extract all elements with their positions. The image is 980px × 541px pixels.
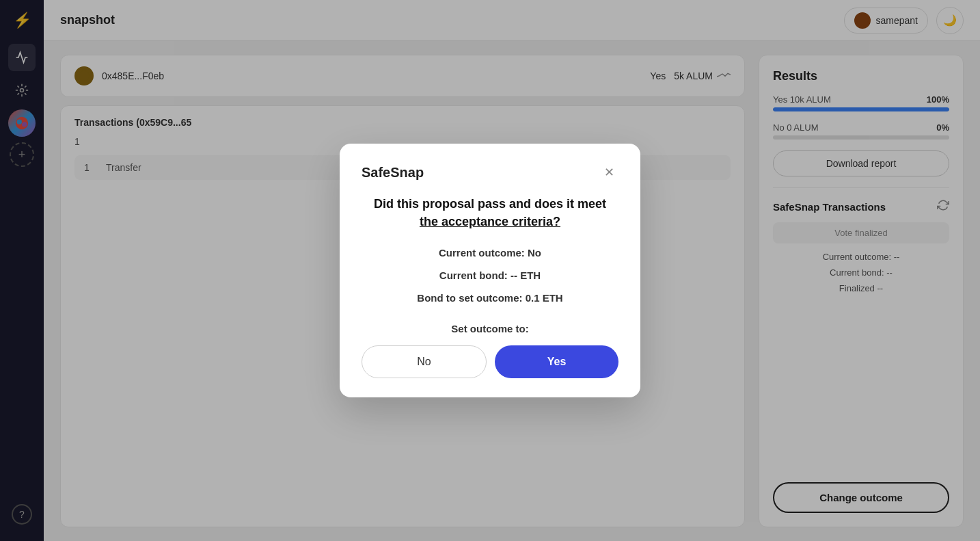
modal-current-bond: Current bond: -- ETH xyxy=(362,269,618,281)
modal-overlay: SafeSnap ✕ Did this proposal pass and do… xyxy=(0,0,980,541)
modal-buttons: No Yes xyxy=(362,345,618,378)
modal-title: SafeSnap xyxy=(362,165,424,181)
modal-bond-to-set: Bond to set outcome: 0.1 ETH xyxy=(362,292,618,304)
modal-question: Did this proposal pass and does it meet … xyxy=(362,196,618,230)
safesnap-modal: SafeSnap ✕ Did this proposal pass and do… xyxy=(340,144,640,397)
modal-yes-button[interactable]: Yes xyxy=(495,345,618,378)
modal-close-button[interactable]: ✕ xyxy=(599,163,618,182)
modal-no-button[interactable]: No xyxy=(362,345,487,378)
modal-set-outcome-label: Set outcome to: xyxy=(362,323,618,334)
modal-header: SafeSnap ✕ xyxy=(362,163,618,182)
modal-current-outcome: Current outcome: No xyxy=(362,247,618,259)
modal-info: Current outcome: No Current bond: -- ETH… xyxy=(362,247,618,304)
